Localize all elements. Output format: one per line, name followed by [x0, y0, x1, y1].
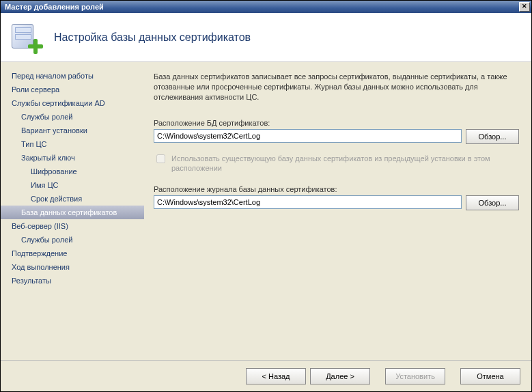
content-panel: База данных сертификатов записывает все … — [144, 62, 531, 360]
titlebar: Мастер добавления ролей ✕ — [1, 1, 531, 13]
wizard-window: Мастер добавления ролей ✕ Настройка базы… — [0, 0, 532, 392]
db-location-row: Обзор... — [154, 129, 519, 144]
wizard-step-3[interactable]: Службы ролей — [1, 110, 144, 124]
db-location-input[interactable] — [154, 129, 462, 143]
wizard-icon — [10, 21, 43, 54]
close-button[interactable]: ✕ — [519, 2, 530, 12]
wizard-step-2[interactable]: Службы сертификации AD — [1, 96, 144, 110]
back-button[interactable]: < Назад — [246, 368, 306, 384]
log-location-row: Обзор... — [154, 195, 519, 210]
install-button: Установить — [385, 368, 445, 384]
reuse-db-row: Использовать существующую базу данных се… — [154, 154, 519, 173]
log-location-input[interactable] — [154, 195, 462, 209]
wizard-step-5[interactable]: Тип ЦС — [1, 137, 144, 151]
log-location-label: Расположение журнала базы данных сертифи… — [154, 185, 519, 193]
body: Перед началом работыРоли сервераСлужбы с… — [1, 62, 531, 360]
wizard-step-13[interactable]: Подтверждение — [1, 247, 144, 260]
wizard-step-11[interactable]: Веб-сервер (IIS) — [1, 219, 144, 233]
next-button[interactable]: Далее > — [310, 368, 370, 384]
wizard-step-4[interactable]: Вариант установки — [1, 124, 144, 137]
wizard-step-14[interactable]: Ход выполнения — [1, 260, 144, 274]
cancel-button[interactable]: Отмена — [460, 368, 520, 384]
wizard-step-1[interactable]: Роли сервера — [1, 83, 144, 96]
wizard-step-0[interactable]: Перед началом работы — [1, 69, 144, 83]
description-text: База данных сертификатов записывает все … — [154, 72, 519, 102]
wizard-step-8[interactable]: Имя ЦС — [1, 178, 144, 192]
wizard-steps-sidebar: Перед началом работыРоли сервераСлужбы с… — [1, 62, 144, 360]
wizard-step-15[interactable]: Результаты — [1, 274, 144, 288]
reuse-db-label: Использовать существующую базу данных се… — [171, 154, 519, 173]
db-location-label: Расположение БД сертификатов: — [154, 119, 519, 127]
reuse-db-checkbox — [156, 154, 165, 163]
wizard-step-6[interactable]: Закрытый ключ — [1, 151, 144, 165]
header: Настройка базы данных сертификатов — [1, 13, 531, 62]
wizard-step-12[interactable]: Службы ролей — [1, 233, 144, 247]
browse-db-button[interactable]: Обзор... — [466, 129, 519, 144]
wizard-step-9[interactable]: Срок действия — [1, 192, 144, 206]
browse-log-button[interactable]: Обзор... — [466, 195, 519, 210]
window-title: Мастер добавления ролей — [5, 3, 519, 11]
footer: < Назад Далее > Установить Отмена — [1, 360, 531, 391]
page-title: Настройка базы данных сертификатов — [54, 31, 251, 44]
wizard-step-7[interactable]: Шифрование — [1, 165, 144, 178]
wizard-step-10[interactable]: База данных сертификатов — [1, 206, 144, 219]
